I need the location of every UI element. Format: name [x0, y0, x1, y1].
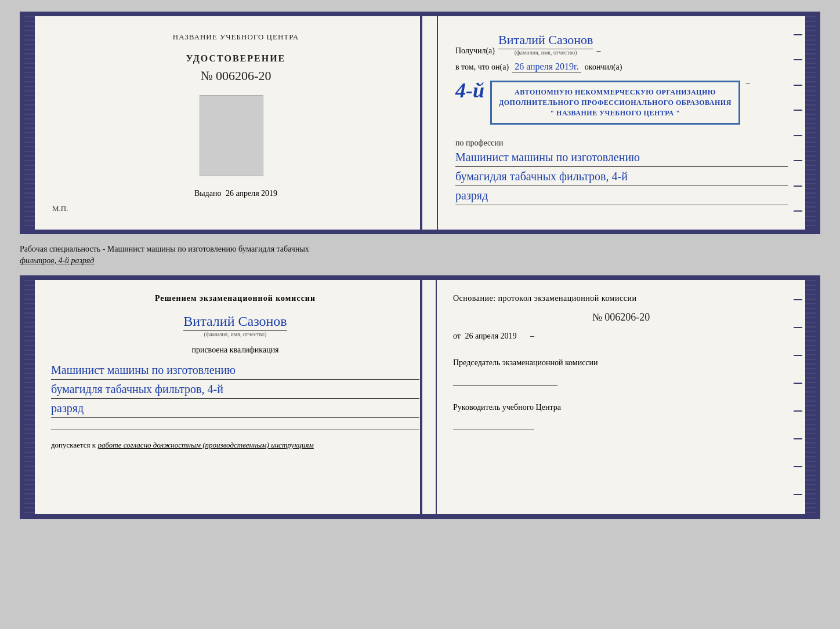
bottom-person-sublabel: (фамилия, имя, отчество): [204, 331, 267, 337]
between-text2: фильтров, 4-й разряд: [20, 255, 820, 267]
stamp-line1: АВТОНОМНУЮ НЕКОММЕРЧЕСКУЮ ОРГАНИЗАЦИЮ: [499, 87, 732, 97]
qual-line1: Машинист машины по изготовлению: [51, 361, 419, 380]
recipient-block: Виталий Сазонов (фамилия, имя, отчество): [498, 32, 593, 56]
protocol-number: № 006206-20: [453, 311, 789, 323]
qual-line2: бумагидля табачных фильтров, 4-й: [51, 380, 419, 399]
qualification-label: присвоена квалификация: [51, 346, 419, 355]
in-that-prefix: в том, что он(а): [455, 63, 509, 72]
cert-photo-area: [200, 89, 273, 182]
edge-line-1: [794, 34, 802, 35]
top-doc-left: НАЗВАНИЕ УЧЕБНОГО ЦЕНТРА УДОСТОВЕРЕНИЕ №…: [35, 16, 438, 230]
director-sig-line: [453, 430, 534, 430]
allowed-area: допускается к работе согласно должностны…: [51, 441, 419, 450]
spine-right-bottom: [805, 280, 816, 514]
spine-left-bottom: [24, 280, 35, 514]
edge-line-b1: [794, 299, 802, 300]
allowed-prefix: допускается к: [51, 441, 96, 449]
chairman-area: Председатель экзаменационной комиссии: [453, 358, 789, 386]
qualification-lines: Машинист машины по изготовлению бумагидл…: [51, 361, 419, 418]
edge-line-b3: [794, 355, 802, 356]
big-number: 4-й: [455, 78, 484, 103]
received-prefix: Получил(а): [455, 46, 495, 56]
basis-text: Основание: протокол экзаменационной коми…: [453, 294, 789, 303]
chairman-sig-line: [453, 385, 557, 386]
mp-label: М.П.: [52, 204, 68, 213]
from-date-line: от 26 апреля 2019 –: [453, 332, 789, 341]
dash-1: –: [596, 46, 600, 56]
edge-line-b2: [794, 327, 802, 328]
edge-line-2: [794, 59, 802, 60]
recipient-sublabel: (фамилия, имя, отчество): [515, 49, 577, 56]
edge-lines-bottom-right: [794, 280, 805, 514]
profession-label: по профессии: [455, 139, 788, 148]
stamp-line2: ДОПОЛНИТЕЛЬНОГО ПРОФЕССИОНАЛЬНОГО ОБРАЗО…: [499, 97, 732, 108]
recipient-name: Виталий Сазонов: [498, 32, 593, 49]
edge-line-b5: [794, 410, 802, 412]
spine-left: [24, 16, 35, 230]
top-doc-right-wrapper: Получил(а) Виталий Сазонов (фамилия, имя…: [438, 16, 805, 230]
edge-line-4: [794, 110, 802, 111]
between-label: Рабочая специальность - Машинист машины …: [20, 240, 820, 270]
edge-line-b7: [794, 466, 802, 467]
issued-date: 26 апреля 2019: [226, 189, 277, 198]
from-prefix: от: [453, 332, 461, 340]
edge-line-b6: [794, 438, 802, 439]
edge-line-b4: [794, 383, 802, 384]
chairman-label: Председатель экзаменационной комиссии: [453, 358, 604, 368]
from-date: 26 апреля 2019: [465, 332, 516, 340]
cert-label: УДОСТОВЕРЕНИЕ: [186, 53, 286, 64]
bottom-person-name: Виталий Сазонов: [183, 314, 287, 331]
bottom-doc-right-wrapper: Основание: протокол экзаменационной коми…: [437, 280, 805, 514]
stamp-area: 4-й АВТОНОМНУЮ НЕКОММЕРЧЕСКУЮ ОРГАНИЗАЦИ…: [455, 78, 788, 127]
profession-line2: бумагидля табачных фильтров, 4-й: [455, 167, 788, 186]
dash-2: –: [746, 78, 750, 88]
cert-number: № 006206-20: [186, 68, 286, 83]
edge-line-3: [794, 85, 802, 86]
between-text2-underlined: фильтров, 4-й разряд: [20, 256, 94, 265]
spine-right: [805, 16, 816, 230]
bottom-doc-right: Основание: протокол экзаменационной коми…: [437, 280, 805, 444]
edge-line-7: [794, 186, 802, 187]
completed-suffix: окончил(а): [585, 63, 622, 72]
director-label: Руководитель учебного Центра: [453, 403, 569, 412]
bottom-doc-left: Решением экзаменационной комиссии Витали…: [35, 280, 437, 514]
decision-text: Решением экзаменационной комиссии: [51, 294, 419, 303]
dash-bottom: –: [530, 332, 534, 340]
cert-info: УДОСТОВЕРЕНИЕ № 006206-20: [186, 53, 286, 83]
center-title: НАЗВАНИЕ УЧЕБНОГО ЦЕНТРА: [173, 32, 299, 42]
profession-area: по профессии Машинист машины по изготовл…: [455, 136, 788, 205]
edge-lines-top-right: [794, 16, 805, 230]
director-area: Руководитель учебного Центра: [453, 403, 789, 430]
bottom-person-area: Виталий Сазонов (фамилия, имя, отчество): [51, 314, 419, 337]
edge-line-6: [794, 160, 802, 161]
bottom-document: Решением экзаменационной комиссии Витали…: [20, 275, 820, 519]
allowed-text: работе согласно должностным (производств…: [97, 441, 313, 449]
cert-photo: [200, 95, 263, 176]
edge-line-b8: [794, 494, 802, 495]
issued-area: Выдано 26 апреля 2019: [194, 189, 277, 198]
recipient-line: Получил(а) Виталий Сазонов (фамилия, имя…: [455, 32, 788, 56]
separator-line: [51, 430, 419, 430]
completion-date: 26 апреля 2019г.: [512, 61, 581, 72]
date-line: в том, что он(а) 26 апреля 2019г. окончи…: [455, 61, 788, 72]
between-text1: Рабочая специальность - Машинист машины …: [20, 243, 820, 255]
profession-line1: Машинист машины по изготовлению: [455, 148, 788, 167]
issued-label: Выдано: [194, 189, 222, 198]
edge-line-8: [794, 210, 802, 212]
qual-line3: разряд: [51, 399, 419, 418]
profession-line3: разряд: [455, 186, 788, 205]
top-doc-right: Получил(а) Виталий Сазонов (фамилия, имя…: [438, 16, 805, 221]
stamp-box: АВТОНОМНУЮ НЕКОММЕРЧЕСКУЮ ОРГАНИЗАЦИЮ ДО…: [490, 81, 740, 125]
edge-line-5: [794, 135, 802, 136]
stamp-line3: " НАЗВАНИЕ УЧЕБНОГО ЦЕНТРА ": [499, 108, 732, 118]
top-document: НАЗВАНИЕ УЧЕБНОГО ЦЕНТРА УДОСТОВЕРЕНИЕ №…: [20, 12, 820, 234]
